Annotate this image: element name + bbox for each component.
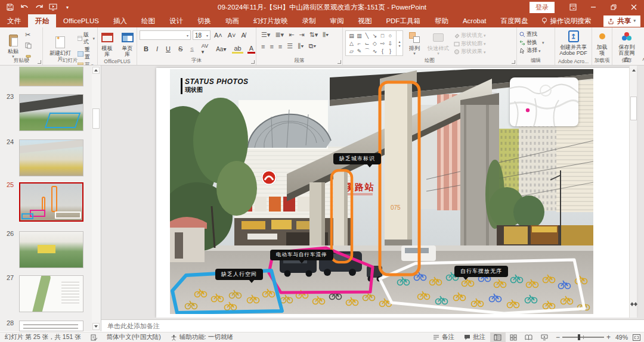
line-spacing-icon[interactable]: ⇅▾ — [309, 31, 318, 39]
tab-animations[interactable]: 动画 — [218, 14, 246, 27]
tab-officeplus[interactable]: OfficePLUS — [56, 14, 106, 27]
scrollbar-thumb[interactable] — [630, 97, 637, 120]
tab-record[interactable]: 录制 — [295, 14, 323, 27]
align-center-icon[interactable]: ≡ — [270, 43, 273, 50]
underline-button[interactable]: U — [164, 45, 172, 52]
font-dialog-launcher[interactable] — [251, 60, 255, 64]
restore-button[interactable] — [603, 0, 624, 14]
italic-button[interactable]: I — [154, 45, 160, 52]
tab-draw[interactable]: 绘图 — [134, 14, 162, 27]
tab-home[interactable]: 开始 — [28, 14, 56, 27]
slide-thumbnail-26[interactable] — [19, 231, 83, 268]
zoom-slider[interactable]: − + — [552, 333, 614, 341]
justify-icon[interactable]: ☰ — [287, 42, 293, 50]
qat-customize-icon[interactable]: ▾ — [63, 3, 72, 11]
slide-title-block[interactable]: STATUS PHOTOS 现状图 — [181, 78, 249, 94]
addins-button[interactable]: 加载项 — [595, 29, 609, 57]
view-slide-sorter-button[interactable] — [506, 332, 521, 342]
login-button[interactable]: 登录 — [530, 2, 555, 13]
callout-bike-disorder[interactable]: 自行车摆放无序 — [454, 266, 508, 277]
clear-format-icon[interactable]: A̸ — [240, 32, 247, 39]
close-button[interactable] — [624, 0, 644, 14]
tab-file[interactable]: 文件 — [0, 14, 28, 27]
share-button[interactable]: 共享 ▾ — [603, 15, 640, 27]
tab-design[interactable]: 设计 — [162, 14, 190, 27]
tab-review[interactable]: 审阅 — [323, 14, 351, 27]
bold-button[interactable]: B — [142, 45, 150, 52]
layout-button[interactable]: 版式▾ — [78, 32, 95, 45]
quick-styles-button[interactable]: 快速样式▾ — [426, 30, 451, 57]
smartart-convert-icon[interactable]: ⧉▾ — [309, 42, 316, 50]
comments-toggle[interactable]: 批注 — [459, 333, 490, 341]
shape-fill-button[interactable]: 形状填充▾ — [454, 32, 486, 39]
shrink-font-icon[interactable]: A˅ — [226, 32, 238, 39]
save-icon[interactable] — [6, 3, 14, 11]
ribbon-display-options-icon[interactable] — [563, 0, 583, 14]
location-map-inset[interactable] — [510, 77, 578, 126]
tab-baidu-pan[interactable]: 百度网盘 — [494, 14, 535, 27]
slide-thumbnail-23[interactable] — [19, 94, 83, 131]
text-shadow-button[interactable]: s̲ — [188, 45, 196, 52]
template-library-button[interactable]: 模板库 — [99, 30, 116, 58]
zoom-slider-thumb[interactable] — [578, 334, 580, 340]
tab-acrobat[interactable]: Acrobat — [456, 14, 494, 27]
undo-icon[interactable] — [20, 3, 29, 11]
canvas-scrollbar[interactable] — [629, 66, 637, 319]
fit-slide-to-window-icon[interactable] — [633, 334, 640, 341]
scroll-up-icon[interactable] — [630, 66, 637, 74]
accessibility-status[interactable]: 辅助功能: 一切就绪 — [166, 333, 238, 341]
strikethrough-button[interactable]: S — [177, 45, 184, 52]
decrease-indent-icon[interactable]: ⇤ — [289, 31, 294, 39]
callout-mixed-parking[interactable]: 电动车与自行车混停 — [270, 250, 333, 260]
tab-help[interactable]: 帮助 — [428, 14, 456, 27]
copy-icon[interactable] — [25, 41, 32, 51]
highlight-color-button[interactable]: ab — [232, 45, 243, 54]
cut-icon[interactable]: ✂ — [25, 31, 32, 39]
shape-effects-button[interactable]: 形状效果▾ — [454, 48, 486, 55]
view-normal-button[interactable] — [490, 332, 506, 342]
scroll-up-icon[interactable] — [92, 67, 100, 74]
slide-thumbnail-25-selected[interactable] — [19, 182, 83, 222]
columns-icon[interactable]: ⫼▾ — [298, 42, 304, 50]
previous-slide-icon[interactable] — [630, 292, 637, 303]
slide-thumbnail-28-partial[interactable] — [19, 321, 83, 331]
bullets-icon[interactable]: ☰▾ — [261, 31, 270, 39]
font-color-button[interactable]: A — [247, 45, 255, 54]
slide-thumbnail-27[interactable] — [19, 275, 83, 312]
paste-button[interactable]: 粘贴▾ — [5, 33, 21, 60]
slide-thumbnail-22-partial[interactable] — [19, 67, 83, 86]
text-direction-icon[interactable]: ⫴▾ — [323, 31, 329, 39]
next-slide-icon[interactable] — [630, 306, 637, 317]
replace-button[interactable]: 替换▾ — [519, 39, 552, 46]
paragraph-dialog-launcher[interactable] — [338, 60, 341, 64]
page-library-button[interactable]: 单页库 — [119, 30, 136, 58]
align-left-icon[interactable]: ≡ — [261, 43, 265, 50]
thumbnail-scrollbar[interactable] — [92, 66, 100, 331]
grow-font-icon[interactable]: A˄ — [212, 32, 224, 39]
tab-insert[interactable]: 插入 — [106, 14, 134, 27]
minimize-button[interactable] — [583, 0, 603, 14]
slide-counter[interactable]: 幻灯片 第 25 张，共 151 张 — [0, 333, 86, 341]
create-share-pdf-button[interactable]: ↥ 创建并共享 Adobe PDF — [558, 29, 589, 57]
view-slideshow-button[interactable] — [537, 332, 552, 342]
slide-thumbnail-24[interactable] — [19, 139, 83, 176]
language-indicator[interactable]: 简体中文(中国大陆) — [102, 333, 166, 341]
tab-transitions[interactable]: 切换 — [190, 14, 218, 27]
spell-check-icon[interactable] — [86, 334, 102, 341]
scrollbar-thumb[interactable] — [92, 108, 100, 129]
tab-slideshow[interactable]: 幻灯片放映 — [246, 14, 295, 27]
zoom-percentage[interactable]: 49% — [614, 334, 629, 341]
start-slideshow-icon[interactable] — [49, 3, 57, 11]
zoom-out-icon[interactable]: − — [556, 333, 560, 341]
zoom-in-icon[interactable]: + — [606, 333, 611, 341]
view-reading-button[interactable] — [521, 332, 537, 342]
shape-outline-button[interactable]: 形状轮廓▾ — [454, 41, 486, 48]
notes-toggle[interactable]: 备注 — [428, 333, 459, 341]
find-button[interactable]: 查找 — [519, 31, 552, 38]
shapes-gallery[interactable]: ▤▥╲↘□○ △⌐⌙◇⇨⇩ ▱✎⌒∿{} — [345, 30, 397, 56]
arrange-button[interactable]: 排列▾ — [406, 30, 423, 57]
select-button[interactable]: 选择▾ — [519, 47, 552, 54]
slide-25[interactable]: 漕溪路站 — [156, 68, 636, 318]
drawing-dialog-launcher[interactable] — [512, 60, 515, 64]
char-spacing-button[interactable]: A︎V ▾ — [200, 43, 210, 55]
